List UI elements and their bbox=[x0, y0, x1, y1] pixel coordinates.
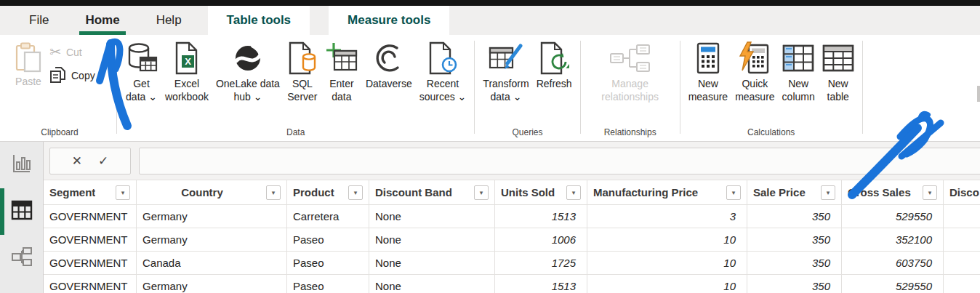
table-cell[interactable]: Germany bbox=[137, 275, 287, 293]
new-column-button[interactable]: New column bbox=[779, 35, 819, 103]
filter-button-discount-band[interactable]: ▾ bbox=[474, 185, 489, 200]
filter-button-segment[interactable]: ▾ bbox=[116, 185, 130, 200]
paste-button[interactable]: Paste bbox=[7, 41, 49, 87]
model-view-button[interactable] bbox=[0, 244, 44, 273]
table-cell[interactable]: Paseo bbox=[287, 228, 369, 251]
column-header-product[interactable]: Product▾ bbox=[287, 180, 369, 204]
refresh-button[interactable]: Refresh bbox=[533, 35, 576, 90]
column-header-discount-band[interactable]: Discount Band▾ bbox=[369, 180, 495, 204]
table-cell[interactable]: 1725 bbox=[495, 252, 587, 274]
table-cell[interactable]: 529550 bbox=[842, 205, 944, 228]
table-cell[interactable]: 352100 bbox=[842, 228, 944, 251]
table-cell[interactable]: Carretera bbox=[287, 205, 369, 228]
column-header-label: Discount Band bbox=[375, 186, 452, 198]
table-cell[interactable]: 350 bbox=[747, 275, 842, 293]
filter-button-gross-sales[interactable]: ▾ bbox=[923, 185, 937, 200]
report-view-button[interactable] bbox=[0, 150, 44, 180]
ribbon-divider bbox=[862, 41, 863, 134]
filter-button-country[interactable]: ▾ bbox=[266, 185, 281, 200]
filter-button-product[interactable]: ▾ bbox=[348, 185, 363, 200]
table-cell[interactable]: GOVERNMENT bbox=[44, 252, 137, 274]
new-column-icon bbox=[782, 39, 814, 77]
table-cell[interactable] bbox=[944, 228, 980, 251]
tab-measure-tools[interactable]: Measure tools bbox=[329, 6, 449, 35]
copy-button[interactable]: Copy bbox=[49, 65, 95, 86]
dataverse-button[interactable]: Dataverse bbox=[362, 35, 416, 90]
column-header-disco[interactable]: Disco bbox=[944, 180, 980, 204]
copy-icon bbox=[49, 65, 66, 86]
enter-data-label-1: Enter bbox=[329, 77, 353, 90]
table-cell[interactable]: Paseo bbox=[287, 275, 369, 293]
table-cell[interactable]: GOVERNMENT bbox=[44, 205, 137, 228]
table-cell[interactable]: 603750 bbox=[842, 252, 944, 274]
table-cell[interactable] bbox=[944, 252, 980, 274]
table-cell[interactable]: 350 bbox=[747, 252, 842, 274]
column-header-units-sold[interactable]: Units Sold▾ bbox=[495, 180, 587, 204]
table-row: GOVERNMENTGermanyPaseoNone15131035052955… bbox=[44, 275, 980, 293]
column-header-segment[interactable]: Segment▾ bbox=[44, 180, 137, 204]
tab-home[interactable]: Home bbox=[75, 6, 129, 35]
table-cell[interactable] bbox=[944, 205, 980, 228]
column-header-manufacturing-price[interactable]: Manufacturing Price▾ bbox=[587, 180, 747, 204]
ribbon-divider bbox=[580, 41, 581, 134]
excel-workbook-button[interactable]: X Excel workbook bbox=[161, 35, 212, 103]
filter-button-manufacturing-price[interactable]: ▾ bbox=[726, 185, 741, 200]
quick-measure-label-1: Quick bbox=[742, 77, 768, 90]
table-cell[interactable]: GOVERNMENT bbox=[44, 275, 137, 293]
recent-sources-button[interactable]: Recent sources ⌄ bbox=[416, 35, 470, 103]
formula-commit-box: ✕ ✓ bbox=[49, 148, 131, 174]
new-table-icon bbox=[822, 39, 854, 77]
table-cell[interactable]: 350 bbox=[747, 228, 842, 251]
table-cell[interactable]: None bbox=[369, 228, 495, 251]
tab-table-tools[interactable]: Table tools bbox=[208, 6, 310, 35]
table-cell[interactable]: Germany bbox=[137, 205, 287, 228]
table-cell[interactable]: 1513 bbox=[495, 275, 587, 293]
column-header-country[interactable]: Country▾ bbox=[137, 180, 287, 204]
sql-server-button[interactable]: SQL Server bbox=[284, 35, 321, 103]
new-table-button[interactable]: New table bbox=[819, 35, 858, 103]
commit-icon[interactable]: ✓ bbox=[98, 153, 108, 169]
svg-text:X: X bbox=[185, 56, 191, 67]
column-header-gross-sales[interactable]: Gross Sales▾ bbox=[842, 180, 944, 204]
table-cell[interactable]: Canada bbox=[137, 252, 287, 274]
table-cell[interactable]: 10 bbox=[587, 228, 747, 251]
table-cell[interactable]: 3 bbox=[587, 205, 747, 228]
enter-data-button[interactable]: Enter data bbox=[321, 35, 362, 103]
ribbon-group-relationships: Manage relationships Relationships bbox=[582, 35, 678, 141]
table-cell[interactable]: None bbox=[369, 205, 495, 228]
sql-server-label-1: SQL bbox=[292, 77, 313, 90]
tab-help[interactable]: Help bbox=[146, 6, 192, 35]
transform-data-label-2: data ⌄ bbox=[491, 90, 522, 103]
table-cell[interactable]: 10 bbox=[587, 275, 747, 293]
column-header-sale-price[interactable]: Sale Price▾ bbox=[747, 180, 842, 204]
data-view-button[interactable] bbox=[0, 191, 44, 232]
manage-relationships-button[interactable]: Manage relationships bbox=[598, 35, 662, 103]
tab-file[interactable]: File bbox=[19, 6, 59, 35]
table-cell[interactable]: GOVERNMENT bbox=[44, 228, 137, 251]
table-header-row: Segment▾Country▾Product▾Discount Band▾Un… bbox=[44, 180, 980, 205]
table-cell[interactable]: Germany bbox=[137, 228, 287, 251]
table-cell[interactable]: 1006 bbox=[495, 228, 587, 251]
filter-button-units-sold[interactable]: ▾ bbox=[566, 185, 581, 200]
new-table-label-1: New bbox=[828, 77, 848, 90]
cancel-icon[interactable]: ✕ bbox=[72, 153, 82, 169]
get-data-button[interactable]: Get data ⌄ bbox=[121, 35, 161, 103]
transform-data-button[interactable]: Transform data ⌄ bbox=[479, 35, 532, 103]
onelake-data-hub-button[interactable]: OneLake data hub ⌄ bbox=[212, 35, 284, 103]
table-cell[interactable]: None bbox=[369, 252, 495, 274]
table-cell[interactable]: None bbox=[369, 275, 495, 293]
cut-button[interactable]: ✂ Cut bbox=[49, 45, 95, 59]
new-measure-button[interactable]: New measure bbox=[685, 35, 731, 103]
manage-relationships-icon bbox=[609, 39, 651, 77]
table-cell[interactable]: 1513 bbox=[495, 205, 587, 228]
ribbon: Paste ✂ Cut bbox=[0, 35, 980, 142]
table-cell[interactable]: 10 bbox=[587, 252, 747, 274]
table-cell[interactable]: 350 bbox=[747, 205, 842, 228]
table-cell[interactable] bbox=[944, 275, 980, 293]
table-cell[interactable]: Paseo bbox=[287, 252, 369, 274]
formula-bar-input[interactable] bbox=[139, 148, 980, 174]
column-header-label: Manufacturing Price bbox=[593, 186, 698, 198]
quick-measure-button[interactable]: Quick measure bbox=[731, 35, 778, 103]
filter-button-sale-price[interactable]: ▾ bbox=[821, 185, 835, 200]
table-cell[interactable]: 529550 bbox=[842, 275, 944, 293]
